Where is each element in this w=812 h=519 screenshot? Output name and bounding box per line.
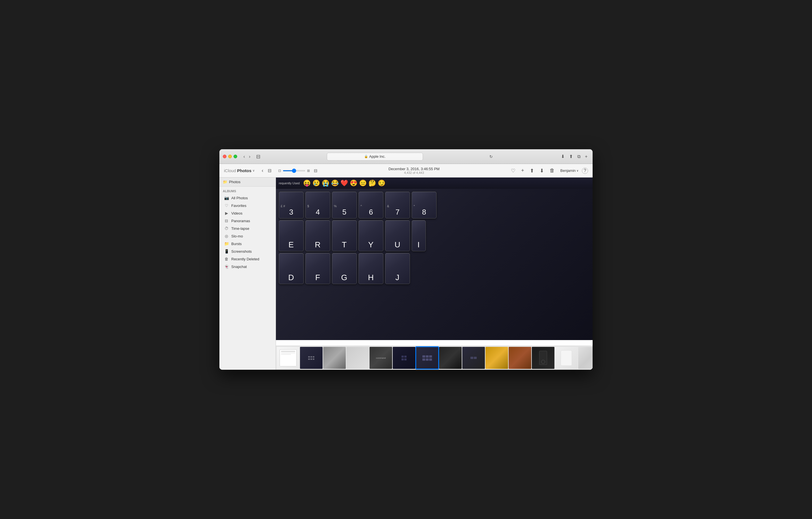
sidebar-item-favorites[interactable]: ♡ Favorites <box>221 202 274 209</box>
folder-icon: 📁 <box>223 180 227 184</box>
slomo-icon: ◎ <box>224 234 229 238</box>
user-menu-button[interactable]: Benjamin ∨ <box>558 167 581 174</box>
address-text: Apple Inc. <box>369 154 386 158</box>
thumbnail-10[interactable] <box>486 347 508 369</box>
sidebar-photos-header[interactable]: 📁 Photos <box>220 177 276 186</box>
share-photo-button[interactable]: ⬆ <box>528 167 536 175</box>
thumbnail-2[interactable] <box>300 347 323 369</box>
key-4-sub: $ <box>307 204 309 208</box>
toolbar-back-button[interactable]: ‹ <box>259 167 265 175</box>
touch-bar-label: requently Used <box>279 181 300 185</box>
key-i: I <box>412 220 426 251</box>
thumbnail-6[interactable] <box>393 347 415 369</box>
sidebar-item-screenshots[interactable]: 📱 Screenshots <box>221 248 274 255</box>
sidebar-item-snapchat[interactable]: 👻 Snapchat <box>221 263 274 270</box>
thumbnail-1[interactable] <box>277 347 299 369</box>
address-bar[interactable]: 🔒 Apple Inc. <box>327 153 423 161</box>
key-t-main: T <box>342 240 347 249</box>
sidebar-toggle-button[interactable]: ⊟ <box>255 153 262 161</box>
app-dropdown-button[interactable]: ∨ <box>253 169 255 172</box>
favorites-label: Favorites <box>231 204 246 208</box>
key-h: H <box>358 253 383 284</box>
app-window: ‹ › ⊟ 🔒 Apple Inc. ↻ ⬇ ⬆ ⧉ + iCloud Phot… <box>220 149 592 370</box>
key-u-main: U <box>395 240 400 249</box>
forward-button[interactable]: › <box>247 153 252 160</box>
sidebar-item-slomo[interactable]: ◎ Slo-mo <box>221 232 274 240</box>
keyboard-rows: £ # 3 $ 4 % 5 <box>276 189 592 340</box>
download-photo-button[interactable]: ⬇ <box>538 167 546 175</box>
toolbar-nav: ‹ <box>259 167 265 175</box>
key-4-main: 4 <box>316 208 320 217</box>
key-7-main: 7 <box>396 208 400 217</box>
key-5: % 5 <box>332 192 357 219</box>
snapchat-label: Snapchat <box>231 265 247 269</box>
traffic-lights <box>223 155 237 158</box>
emoji-9: 😏 <box>378 180 385 186</box>
key-y-main: Y <box>368 240 374 249</box>
albums-label: Albums <box>220 186 276 194</box>
thumbnail-14[interactable] <box>578 347 592 369</box>
grid-view-button[interactable]: ⊟ <box>312 167 319 174</box>
duplicate-button[interactable]: ⧉ <box>576 153 582 160</box>
key-e: E <box>279 220 303 251</box>
view-toggle-button[interactable]: ⊟ <box>265 167 274 174</box>
keyboard-photo: requently Used 😝 😢 😭 😂 ❤️ 😍 😑 🤔 😏 <box>276 177 592 340</box>
key-5-main: 5 <box>342 208 346 217</box>
zoom-slider-container <box>283 170 306 171</box>
thumbnail-8[interactable] <box>439 347 462 369</box>
thumbnail-3[interactable] <box>323 347 346 369</box>
emoji-3: 😭 <box>322 180 329 186</box>
share-button[interactable]: ⬆ <box>568 153 575 160</box>
sidebar-item-timelapse[interactable]: ⏱ Time-lapse <box>221 225 274 232</box>
toolbar: iCloud Photos ∨ ‹ ⊟ ⊡ ⊞ ⊟ December 3, 20… <box>220 164 592 177</box>
key-g: G <box>332 253 357 284</box>
lock-icon: 🔒 <box>364 155 368 158</box>
sidebar-item-panoramas[interactable]: ⊟ Panoramas <box>221 217 274 225</box>
key-3-sub: £ # <box>281 204 285 208</box>
zoom-slider[interactable] <box>283 170 306 171</box>
recently-deleted-label: Recently Deleted <box>231 257 259 261</box>
sidebar-item-all-photos[interactable]: 📷 All Photos <box>221 194 274 202</box>
reload-button[interactable]: ↻ <box>488 153 494 160</box>
thumbnail-5[interactable]: command <box>370 347 392 369</box>
back-button[interactable]: ‹ <box>242 153 246 160</box>
maximize-button[interactable] <box>234 155 237 158</box>
thumbnail-11[interactable] <box>509 347 531 369</box>
download-button[interactable]: ⬇ <box>559 153 566 160</box>
emoji-1: 😝 <box>303 180 311 186</box>
key-y: Y <box>358 220 383 251</box>
videos-icon: ▶ <box>224 211 229 215</box>
thumbnail-4[interactable] <box>346 347 369 369</box>
key-8-main: 8 <box>422 208 426 217</box>
minimize-button[interactable] <box>228 155 232 158</box>
new-tab-button[interactable]: + <box>583 153 589 160</box>
key-t: T <box>332 220 357 251</box>
sidebar-item-recently-deleted[interactable]: 🗑 Recently Deleted <box>221 255 274 263</box>
favorite-button[interactable]: ♡ <box>509 167 518 175</box>
app-title-icloud: iCloud <box>224 168 236 173</box>
key-g-main: G <box>341 273 348 282</box>
key-7-sub: & <box>387 204 389 208</box>
photo-main: requently Used 😝 😢 😭 😂 ❤️ 😍 😑 🤔 😏 <box>276 177 592 340</box>
key-6-sub: ^ <box>360 204 362 208</box>
add-to-album-button[interactable]: + <box>519 167 526 175</box>
sidebar-item-videos[interactable]: ▶ Videos <box>221 209 274 217</box>
key-e-main: E <box>288 240 294 249</box>
delete-photo-button[interactable]: 🗑 <box>547 167 557 175</box>
thumbnail-9[interactable] <box>462 347 485 369</box>
key-6-main: 6 <box>369 208 373 217</box>
sidebar-item-bursts[interactable]: 📁 Bursts <box>221 240 274 247</box>
thumbnail-6-kb <box>400 354 408 362</box>
touch-bar: requently Used 😝 😢 😭 😂 ❤️ 😍 😑 🤔 😏 <box>276 177 592 189</box>
thumbnail-2-kb <box>307 355 316 361</box>
help-button[interactable]: ? <box>582 168 588 174</box>
toolbar-actions: ♡ + ⬆ ⬇ 🗑 Benjamin ∨ ? <box>509 167 588 175</box>
thumbnail-9-kb <box>469 355 478 360</box>
close-button[interactable] <box>223 155 227 158</box>
favorites-icon: ♡ <box>224 203 229 208</box>
titlebar: ‹ › ⊟ 🔒 Apple Inc. ↻ ⬇ ⬆ ⧉ + <box>220 149 592 164</box>
thumbnail-12[interactable] <box>532 347 554 369</box>
thumbnail-13[interactable] <box>555 347 578 369</box>
thumbnail-7[interactable] <box>416 347 438 369</box>
key-f-main: F <box>315 273 320 282</box>
